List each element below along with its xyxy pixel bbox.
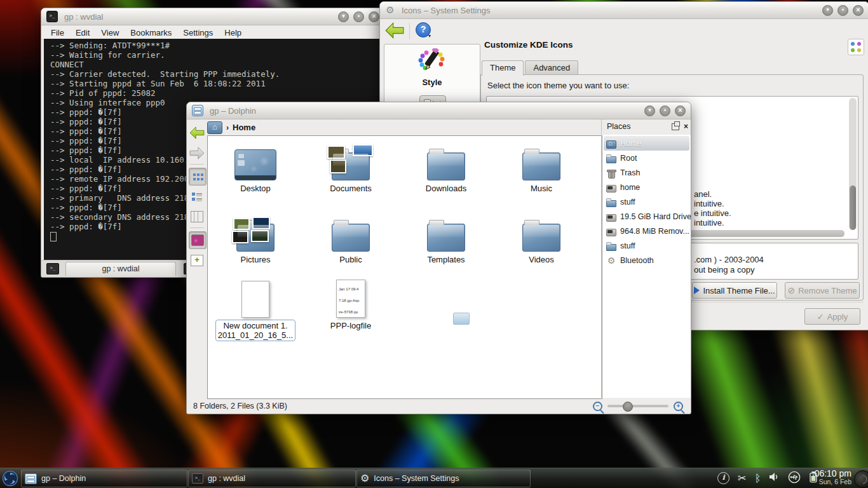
place-bluetooth[interactable]: ⚙ Bluetooth <box>602 253 691 268</box>
openbox-logo-icon[interactable] <box>2 470 18 488</box>
remove-theme-button[interactable]: ⊘ Remove Theme <box>785 282 860 299</box>
klipper-scissors-icon[interactable]: ✂ <box>738 473 746 484</box>
dolphin-statusbar: 8 Folders, 2 Files (3.3 KiB) − + <box>187 398 691 414</box>
close-button[interactable]: × <box>853 5 864 16</box>
menu-file[interactable]: File <box>45 28 70 37</box>
minimize-button[interactable]: ▾ <box>338 11 349 22</box>
folder-item[interactable]: Desktop <box>211 141 300 193</box>
place-home-partition[interactable]: home <box>602 180 691 194</box>
zoom-in-icon[interactable]: + <box>674 402 683 411</box>
overview-dots-icon[interactable] <box>848 39 864 55</box>
file-item[interactable]: Jan 17 09:4 7:18 gp-Asp ire-5738 pp pd[1… <box>306 277 395 330</box>
bluetooth-icon[interactable]: ᛒ <box>754 473 761 484</box>
terminal-line: --> Waiting for carrier. <box>50 50 381 60</box>
terminal-line: CONNECT <box>50 60 381 69</box>
details-view-icon <box>191 191 203 201</box>
folder-item[interactable]: Documents <box>306 141 395 193</box>
dolphin-titlebar[interactable]: gp – Dolphin ▾ ● × <box>187 102 691 119</box>
place-stuff[interactable]: stuff <box>602 194 691 209</box>
close-panel-icon[interactable]: × <box>684 123 688 130</box>
volume-icon[interactable] <box>769 472 780 484</box>
folder-icon <box>522 224 560 252</box>
task-dolphin[interactable]: gp – Dolphin <box>21 470 187 487</box>
minimize-button[interactable]: ▾ <box>644 105 655 116</box>
info-tray-icon[interactable]: i <box>717 472 729 484</box>
icons-view-button[interactable] <box>189 168 207 186</box>
back-button[interactable] <box>189 125 205 141</box>
split-view-button[interactable]: + <box>189 252 205 269</box>
settings-titlebar[interactable]: ⚙ Icons – System Settings ▾ ● × <box>380 2 868 19</box>
zoom-slider[interactable] <box>607 405 668 407</box>
import-arrow-icon <box>694 287 700 294</box>
float-panel-icon[interactable] <box>672 123 679 130</box>
zoom-out-icon[interactable]: − <box>593 402 602 411</box>
maximize-button[interactable]: ● <box>353 11 364 22</box>
chevron-down-icon[interactable]: ▾ <box>428 33 431 39</box>
style-icon <box>417 48 447 74</box>
place-stuff-2[interactable]: stuff <box>602 238 691 253</box>
folder-item[interactable]: Videos <box>497 212 586 264</box>
place-hard-drive[interactable]: 19.5 GiB Hard Drive <box>602 209 691 224</box>
place-root[interactable]: Root <box>602 151 691 165</box>
theme-list-item[interactable]: intuitive. <box>694 199 724 208</box>
desktop-folder-icon <box>234 149 276 180</box>
terminal-line: --> Starting pppd at Sun Feb 6 18:08:22 … <box>50 79 381 88</box>
place-trash[interactable]: Trash <box>602 165 691 180</box>
folder-item[interactable]: Music <box>497 141 586 193</box>
file-view[interactable]: Desktop Documents Downloads Music <box>207 135 602 399</box>
usb-device-icon[interactable] <box>788 471 801 486</box>
terminal-tab[interactable]: gp : wvdial <box>65 262 176 276</box>
clock[interactable]: 06:10 pm Sun, 6 Feb <box>815 469 851 486</box>
theme-list-item[interactable]: intuitive. <box>694 218 724 227</box>
zoom-slider-thumb[interactable] <box>623 402 633 412</box>
theme-list-item[interactable]: e intuitive. <box>694 208 731 218</box>
menu-bookmarks[interactable]: Bookmarks <box>125 28 177 37</box>
tab-advanced[interactable]: Advanced <box>525 60 578 74</box>
task-system-settings[interactable]: ⚙ Icons – System Settings <box>356 470 531 487</box>
terminal-app-icon: >_ <box>46 11 58 22</box>
folder-item[interactable]: Public <box>306 212 395 264</box>
menu-help[interactable]: Help <box>219 28 247 37</box>
apply-button[interactable]: ✓ Apply <box>804 308 860 325</box>
back-button[interactable] <box>385 22 404 41</box>
scrollbar[interactable] <box>849 98 857 230</box>
columns-view-button[interactable] <box>189 208 205 225</box>
documents-folder-icon <box>332 152 370 180</box>
place-home[interactable]: Home <box>604 136 689 151</box>
folder-item[interactable]: Templates <box>402 212 491 264</box>
details-view-button[interactable] <box>189 188 205 205</box>
menu-settings[interactable]: Settings <box>177 28 219 37</box>
sidebar-item-style[interactable]: Style <box>384 48 480 87</box>
menu-edit[interactable]: Edit <box>70 28 95 37</box>
folder-item[interactable]: Pictures <box>211 212 300 264</box>
install-theme-file-button[interactable]: Install Theme File... <box>692 282 777 299</box>
back-arrow-icon <box>189 126 205 139</box>
terminal-titlebar[interactable]: >_ gp : wvdial ▾ ● × <box>41 8 384 25</box>
menu-view[interactable]: View <box>95 28 125 37</box>
places-list: Home Root Trash home stuff <box>602 135 691 398</box>
preview-toggle-button[interactable] <box>189 231 207 249</box>
check-icon: ✓ <box>817 312 824 322</box>
forward-button[interactable] <box>189 145 205 161</box>
tab-theme[interactable]: Theme <box>482 60 524 76</box>
minimize-button[interactable]: ▾ <box>822 5 833 16</box>
places-panel-title: Places <box>607 122 631 131</box>
corner-logo-icon[interactable] <box>854 470 868 488</box>
scrollbar-thumb[interactable] <box>850 186 856 230</box>
close-button[interactable]: × <box>675 105 686 116</box>
maximize-button[interactable]: ● <box>660 105 670 116</box>
theme-list-item[interactable]: anel. <box>694 189 712 199</box>
folder-item[interactable]: Downloads <box>402 141 491 193</box>
task-wvdial[interactable]: >_ gp : wvdial <box>188 470 356 487</box>
gear-app-icon: ⚙ <box>385 5 395 15</box>
breadcrumb-home[interactable]: Home <box>233 123 255 132</box>
file-item-selected[interactable]: New document 1.2011_01_20_16_5... <box>211 277 300 341</box>
columns-view-icon <box>191 211 203 222</box>
new-tab-button[interactable]: >_ <box>46 263 59 274</box>
close-button[interactable]: × <box>369 11 379 22</box>
status-text: 8 Folders, 2 Files (3.3 KiB) <box>193 402 287 410</box>
terminal-icon: >_ <box>192 473 203 484</box>
maximize-button[interactable]: ● <box>837 5 848 16</box>
place-removable-drive[interactable]: 964.8 MiB Remov... <box>602 224 691 238</box>
home-icon[interactable]: ⌂ <box>207 121 222 134</box>
